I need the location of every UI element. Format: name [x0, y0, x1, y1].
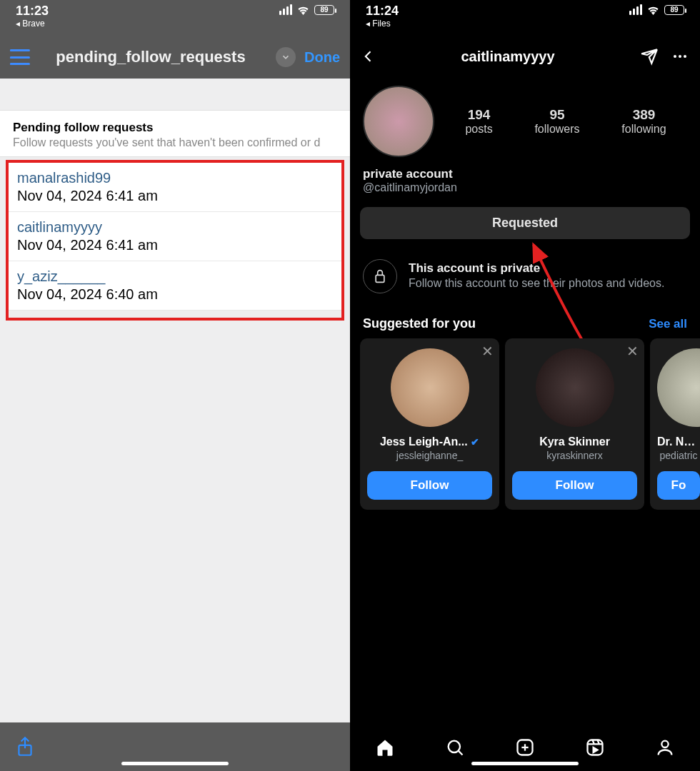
list-item[interactable]: manalrashid99 Nov 04, 2024 6:41 am: [9, 163, 341, 212]
suggested-title: Suggested for you: [363, 316, 476, 331]
avatar[interactable]: [536, 348, 614, 427]
svg-point-5: [449, 741, 460, 752]
stat-following[interactable]: 389following: [621, 107, 666, 136]
wifi-icon: [296, 5, 310, 15]
cellular-icon: [629, 4, 642, 15]
close-icon[interactable]: ✕: [626, 343, 639, 360]
lock-icon: [363, 259, 397, 293]
card-name: Kyra Skinner: [512, 435, 637, 448]
requested-label: Requested: [492, 216, 558, 230]
chevron-down-icon: [281, 52, 291, 62]
card-name: Dr. Nam: [657, 435, 700, 448]
home-indicator[interactable]: [121, 762, 229, 765]
see-all-button[interactable]: See all: [649, 317, 687, 331]
requested-button[interactable]: Requested: [360, 207, 690, 239]
back-to-app[interactable]: ◂ Files: [366, 19, 399, 29]
card-username: jessleighanne_: [367, 450, 492, 461]
status-time: 11:23: [16, 4, 49, 17]
username: y_aziz______: [17, 268, 333, 285]
status-right: 89: [279, 4, 334, 15]
svg-point-3: [684, 55, 686, 58]
back-to-app[interactable]: ◂ Brave: [16, 19, 49, 29]
profile-header: 194posts 95followers 389following: [350, 77, 700, 157]
annotation-arrow-icon: [525, 239, 611, 353]
list-icon[interactable]: [10, 49, 30, 65]
profile-icon[interactable]: [655, 737, 675, 757]
svg-rect-4: [376, 275, 384, 282]
svg-rect-10: [588, 740, 603, 755]
create-icon[interactable]: [515, 737, 535, 757]
avatar[interactable]: [363, 86, 434, 157]
annotation-box: manalrashid99 Nov 04, 2024 6:41 am caitl…: [6, 160, 344, 321]
suggested-card: ✕ Kyra Skinner kyraskinnerx Follow: [505, 338, 644, 510]
list-item[interactable]: y_aziz______ Nov 04, 2024 6:40 am: [9, 261, 341, 311]
username: manalrashid99: [17, 170, 333, 186]
left-phone: 11:23 ◂ Brave 89 pending_follow_requests…: [0, 0, 350, 771]
card-name: Jess Leigh-An... ✔: [367, 435, 492, 448]
follow-button[interactable]: Follow: [367, 471, 492, 500]
nav-bar: pending_follow_requests Done: [0, 36, 350, 79]
profile-username: caitlinamyyyy: [383, 49, 633, 65]
section-subtitle: Follow requests you've sent that haven't…: [13, 136, 337, 149]
suggested-card: Dr. Nam pediatric Fo: [650, 338, 700, 510]
battery-icon: 89: [314, 5, 334, 15]
back-icon[interactable]: [361, 48, 376, 65]
reels-icon[interactable]: [585, 737, 605, 757]
done-button[interactable]: Done: [304, 49, 340, 66]
list-item[interactable]: caitlinamyyyy Nov 04, 2024 6:41 am: [9, 212, 341, 261]
share-icon[interactable]: [16, 736, 34, 757]
card-username: kyraskinnerx: [512, 450, 637, 461]
follow-button[interactable]: Fo: [657, 471, 700, 500]
svg-line-6: [459, 751, 463, 755]
status-bar: 11:23 ◂ Brave 89: [0, 0, 350, 36]
timestamp: Nov 04, 2024 6:40 am: [17, 286, 333, 303]
profile-nav: caitlinamyyyy: [350, 36, 700, 77]
content: Pending follow requests Follow requests …: [0, 79, 350, 722]
section-title: Pending follow requests: [13, 121, 337, 135]
suggested-cards[interactable]: ✕ Jess Leigh-An... ✔ jessleighanne_ Foll…: [350, 338, 700, 510]
suggested-card: ✕ Jess Leigh-An... ✔ jessleighanne_ Foll…: [360, 338, 499, 510]
dropdown-button[interactable]: [276, 47, 296, 67]
status-right: 89: [629, 4, 684, 15]
stats: 194posts 95followers 389following: [444, 107, 687, 136]
avatar[interactable]: [657, 348, 700, 427]
stat-followers[interactable]: 95followers: [534, 107, 579, 136]
stat-posts[interactable]: 194posts: [465, 107, 492, 136]
bio: private account @caitlinamyjordan: [350, 157, 700, 200]
username: caitlinamyyyy: [17, 219, 333, 236]
home-icon[interactable]: [375, 737, 395, 757]
svg-point-1: [674, 55, 676, 58]
cellular-icon: [279, 4, 292, 15]
handle: @caitlinamyjordan: [363, 181, 687, 194]
follow-button[interactable]: Follow: [512, 471, 637, 500]
right-phone: 11:24 ◂ Files 89 caitlinamyyyy 194posts …: [350, 0, 700, 771]
search-icon[interactable]: [445, 737, 465, 757]
timestamp: Nov 04, 2024 6:41 am: [17, 188, 333, 204]
svg-point-14: [661, 741, 668, 747]
avatar[interactable]: [391, 348, 469, 427]
timestamp: Nov 04, 2024 6:41 am: [17, 237, 333, 253]
home-indicator[interactable]: [471, 762, 579, 765]
page-title: pending_follow_requests: [30, 48, 271, 66]
card-username: pediatric: [657, 450, 700, 461]
display-name: private account: [363, 167, 687, 181]
section-header: Pending follow requests Follow requests …: [0, 110, 350, 157]
close-icon[interactable]: ✕: [481, 343, 494, 360]
more-icon[interactable]: [671, 48, 689, 65]
verified-icon: ✔: [471, 436, 479, 448]
status-time: 11:24: [366, 4, 399, 17]
battery-icon: 89: [664, 5, 684, 15]
svg-point-2: [679, 55, 681, 58]
wifi-icon: [646, 5, 660, 15]
status-bar: 11:24 ◂ Files 89: [350, 0, 700, 36]
share-dm-icon[interactable]: [640, 47, 659, 66]
